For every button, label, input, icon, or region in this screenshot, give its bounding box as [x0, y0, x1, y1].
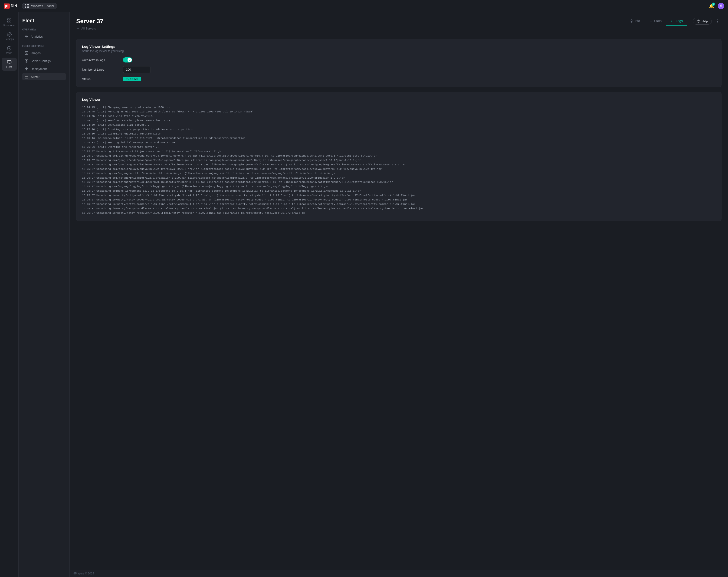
logo-text: DIN — [11, 4, 17, 8]
svg-rect-7 — [7, 61, 11, 63]
sidebar-item-server-configs[interactable]: Server Configs — [22, 57, 66, 64]
tab-stats[interactable]: Stats — [645, 17, 666, 26]
breadcrumb[interactable]: ← All Servers — [76, 26, 722, 30]
settings-card-title: Log Viewer Settings — [82, 45, 716, 49]
status-row: Status RUNNING — [82, 77, 716, 81]
sidebar-nav: Dashboard Settings Voice Fleet — [0, 12, 19, 577]
svg-point-11 — [26, 69, 27, 69]
server-title: Server 37 — [76, 18, 103, 25]
sidebar-item-server[interactable]: Server — [22, 73, 66, 80]
sidebar-item-fleet[interactable]: Fleet — [2, 58, 17, 71]
content-area: Server 37 Info — [70, 12, 728, 577]
sidebar-item-analytics[interactable]: Analytics — [22, 33, 66, 40]
status-badge: RUNNING — [123, 77, 141, 81]
project-label: Minecraft Tutorial — [31, 4, 54, 8]
svg-rect-4 — [9, 21, 11, 22]
tab-logs[interactable]: Logs — [666, 17, 687, 26]
breadcrumb-arrow-icon: ← — [76, 26, 79, 30]
fleet-settings-section-label: FLEET SETTINGS — [22, 45, 66, 47]
tab-logs-label: Logs — [676, 19, 683, 23]
sidebar-item-deployment[interactable]: Deployment — [22, 65, 66, 73]
topbar: |D DIN Minecraft Tutorial 🔔 1 — [0, 0, 728, 12]
sidebar-item-settings[interactable]: Settings — [2, 30, 17, 43]
server-title-row: Server 37 Info — [76, 17, 722, 26]
fleet-sidebar: Fleet OVERVIEW Analytics FLEET SETTINGS … — [19, 12, 70, 577]
sidebar-item-dashboard[interactable]: Dashboard — [2, 16, 17, 29]
tabs: Info Stats — [625, 17, 687, 26]
log-viewer-title: Log Viewer — [82, 98, 716, 102]
svg-point-13 — [26, 70, 27, 70]
number-of-lines-label: Number of Lines — [82, 68, 119, 71]
sidebar-images-label: Images — [31, 51, 41, 55]
sidebar-item-label: Fleet — [6, 65, 12, 68]
svg-rect-1 — [7, 19, 9, 20]
sidebar-item-label: Voice — [6, 52, 12, 54]
notifications-button[interactable]: 🔔 1 — [709, 3, 714, 8]
main-layout: Dashboard Settings Voice Fleet Fleet OVE… — [0, 12, 728, 577]
svg-rect-20 — [25, 75, 28, 76]
server-header: Server 37 Info — [70, 12, 728, 33]
auto-refresh-label: Auto-refresh logs — [82, 58, 119, 62]
svg-rect-21 — [25, 77, 28, 78]
number-of-lines-row: Number of Lines — [82, 66, 716, 73]
sidebar-item-voice[interactable]: Voice — [2, 44, 17, 57]
server-actions: Info Stats — [625, 17, 722, 26]
sidebar-deployment-label: Deployment — [31, 67, 47, 71]
grid-icon — [25, 4, 29, 8]
sidebar-server-configs-label: Server Configs — [31, 59, 51, 63]
sidebar-item-label: Dashboard — [3, 24, 16, 26]
log-content: 16:24:45 [init] Changing ownership of /d… — [82, 105, 716, 215]
sidebar-item-label: Settings — [5, 37, 14, 41]
project-selector[interactable]: Minecraft Tutorial — [22, 3, 58, 9]
auto-refresh-toggle[interactable]: ✓ — [123, 57, 132, 62]
toggle-check-icon: ✓ — [129, 58, 131, 61]
breadcrumb-label: All Servers — [81, 27, 96, 30]
avatar[interactable] — [718, 3, 724, 9]
auto-refresh-row: Auto-refresh logs ✓ — [82, 57, 716, 62]
svg-point-15 — [27, 69, 28, 69]
svg-rect-2 — [9, 19, 11, 20]
footer: 4Players © 2024 — [70, 570, 728, 577]
svg-point-12 — [26, 67, 27, 68]
notification-badge: 1 — [712, 3, 715, 6]
fleet-title: Fleet — [22, 18, 66, 24]
tab-stats-label: Stats — [654, 19, 661, 23]
overview-section-label: OVERVIEW — [22, 28, 66, 31]
topbar-icons: 🔔 1 — [709, 3, 724, 9]
help-button[interactable]: Help — [693, 18, 712, 25]
logo[interactable]: |D DIN — [4, 3, 17, 8]
log-viewer-settings-card: Log Viewer Settings Setup the log viewer… — [76, 39, 722, 87]
svg-point-5 — [8, 34, 10, 35]
sidebar-server-label: Server — [31, 75, 40, 79]
more-options-button[interactable]: ⋮ — [713, 18, 722, 25]
tab-info[interactable]: Info — [625, 17, 645, 26]
main-scroll: Log Viewer Settings Setup the log viewer… — [70, 33, 728, 570]
status-label: Status — [82, 77, 119, 81]
settings-card-subtitle: Setup the log viewer to your liking. — [82, 50, 716, 53]
tab-info-label: Info — [634, 19, 640, 23]
svg-point-0 — [720, 5, 722, 6]
svg-point-9 — [26, 52, 26, 53]
log-viewer-card: Log Viewer 16:24:45 [init] Changing owne… — [76, 92, 722, 221]
sidebar-analytics-label: Analytics — [31, 35, 43, 38]
help-label: Help — [702, 20, 708, 23]
number-of-lines-input[interactable] — [123, 66, 151, 73]
svg-rect-3 — [7, 21, 9, 22]
sidebar-item-images[interactable]: Images — [22, 49, 66, 57]
logo-icon: |D — [4, 3, 10, 8]
svg-point-14 — [25, 69, 26, 69]
copyright-text: 4Players © 2024 — [73, 572, 94, 575]
